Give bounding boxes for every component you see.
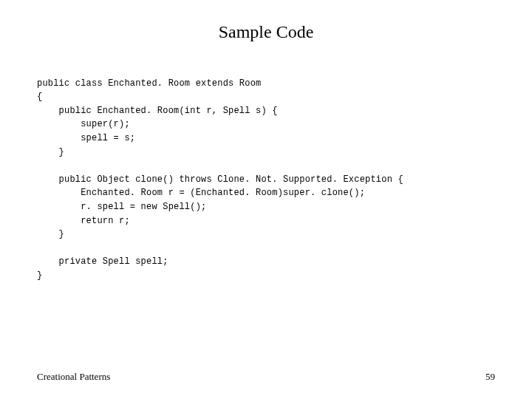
code-line: }: [37, 147, 64, 157]
code-line: return r;: [37, 216, 130, 226]
code-line: Enchanted. Room r = (Enchanted. Room)sup…: [37, 188, 365, 198]
page-number: 59: [485, 371, 495, 383]
slide-title: Sample Code: [37, 22, 495, 42]
code-line: {: [37, 92, 42, 102]
code-line: r. spell = new Spell();: [37, 202, 206, 212]
code-line: }: [37, 270, 42, 281]
code-line: public class Enchanted. Room extends Roo…: [37, 78, 261, 89]
code-line: super(r);: [37, 119, 130, 129]
code-line: spell = s;: [37, 133, 135, 143]
code-line: public Enchanted. Room(int r, Spell s) {: [37, 106, 278, 116]
footer-left: Creational Patterns: [37, 371, 110, 383]
code-block: public class Enchanted. Room extends Roo…: [37, 63, 495, 283]
code-line: }: [37, 229, 64, 239]
code-line: public Object clone() throws Clone. Not.…: [37, 174, 403, 185]
code-line: private Spell spell;: [37, 256, 168, 267]
